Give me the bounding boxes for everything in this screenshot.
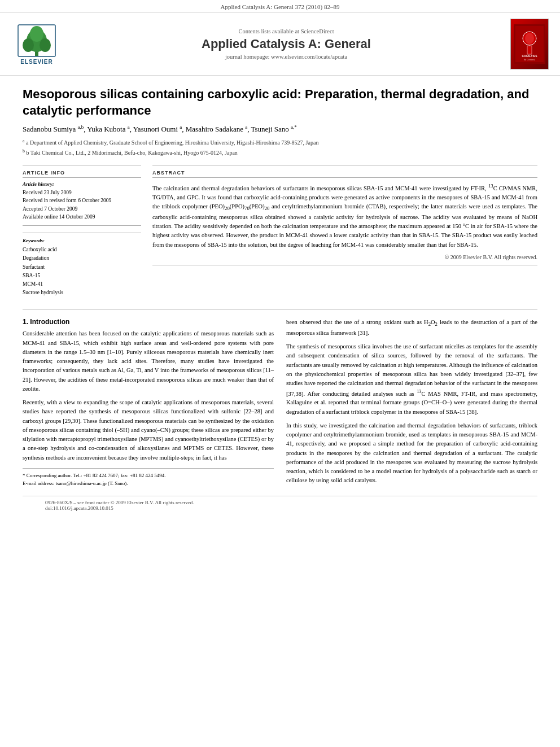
keyword-carboxylic: Carboxylic acid (23, 246, 141, 254)
elsevier-logo: ELSEVIER (11, 24, 62, 65)
affiliation-b: b b Taki Chemical Co., Ltd., 2 Midorimac… (23, 148, 537, 157)
bottom-bar: 0926-860X/$ – see front matter © 2009 El… (23, 496, 537, 514)
received-date: Received 23 July 2009 (23, 189, 141, 196)
body-left-col: 1. Introduction Considerable attention h… (23, 318, 274, 490)
authors-line: Sadanobu Sumiya a,b, Yuka Kubota a, Yasu… (23, 124, 537, 134)
footnote-section: * Corresponding author. Tel.: +81 82 424… (23, 468, 274, 487)
keywords-box: Keywords: Carboxylic acid Degradation Su… (23, 233, 141, 302)
citation-text: Applied Catalysis A: General 372 (2010) … (221, 3, 340, 10)
copyright-text: © 2009 Elsevier B.V. All rights reserved… (152, 254, 537, 260)
intro-para2: Recently, with a view to expanding the s… (23, 398, 274, 462)
svg-point-3 (40, 38, 51, 52)
left-column: ARTICLE INFO Article history: Received 2… (23, 165, 141, 302)
keyword-sba15: SBA-15 (23, 272, 141, 280)
article-metadata-section: ARTICLE INFO Article history: Received 2… (23, 165, 537, 302)
elsevier-tree-icon (17, 24, 56, 58)
keyword-mcm41: MCM-41 (23, 280, 141, 289)
abstract-box: ABSTRACT The calcination and thermal deg… (152, 165, 537, 265)
affiliation-a: a a Department of Applied Chemistry, Gra… (23, 138, 537, 147)
abstract-text: The calcination and thermal degradation … (152, 182, 537, 250)
svg-point-2 (23, 38, 34, 52)
cover-art-icon: CATALYSIS A: General (514, 24, 545, 64)
intro-heading: 1. Introduction (23, 318, 274, 326)
article-info-label: ARTICLE INFO (23, 170, 141, 178)
article-info-box: ARTICLE INFO Article history: Received 2… (23, 165, 141, 226)
keyword-degradation: Degradation (23, 254, 141, 263)
svg-text:A: General: A: General (524, 58, 535, 61)
journal-cover-image: CATALYSIS A: General (510, 19, 549, 69)
keyword-both: both (261, 223, 272, 229)
paper-title: Mesoporous silicas containing carboxylic… (23, 86, 537, 119)
citation-bar: Applied Catalysis A: General 372 (2010) … (0, 0, 560, 13)
footnote-corresponding: * Corresponding author. Tel.: +81 82 424… (23, 472, 274, 480)
article-history-label: Article history: (23, 181, 141, 187)
svg-point-4 (30, 26, 43, 42)
journal-info: Contents lists available at ScienceDirec… (62, 28, 510, 60)
revised-date: Received in revised form 6 October 2009 (23, 196, 141, 204)
body-right-col: been observed that the use of a strong o… (286, 318, 537, 490)
svg-rect-10 (527, 46, 532, 54)
intro-para1: Considerable attention has been focused … (23, 329, 274, 394)
affiliations: a a Department of Applied Chemistry, Gra… (23, 138, 537, 158)
journal-title: Applied Catalysis A: General (62, 37, 510, 51)
right-para3: In this study, we investigated the calci… (286, 421, 537, 486)
keyword-sucrose: Sucrose hydrolysis (23, 289, 141, 297)
journal-homepage: journal homepage: www.elsevier.com/locat… (62, 54, 510, 60)
body-columns: 1. Introduction Considerable attention h… (23, 318, 537, 490)
section-divider (23, 309, 537, 310)
issn-text: 0926-860X/$ – see front matter © 2009 El… (45, 500, 515, 505)
right-para1: been observed that the use of a strong o… (286, 318, 537, 338)
sciencedirect-text: Contents lists available at ScienceDirec… (62, 28, 510, 34)
accepted-date: Accepted 7 October 2009 (23, 205, 141, 213)
elsevier-brand-text: ELSEVIER (20, 59, 53, 65)
available-date: Available online 14 October 2009 (23, 213, 141, 221)
keyword-surfactant: Surfactant (23, 263, 141, 272)
right-column: ABSTRACT The calcination and thermal deg… (152, 165, 537, 302)
doi-text: doi:10.1016/j.apcata.2009.10.015 (45, 505, 515, 511)
svg-text:CATALYSIS: CATALYSIS (522, 54, 537, 58)
keywords-label: Keywords: (23, 238, 141, 243)
journal-header: ELSEVIER Contents lists available at Sci… (0, 13, 560, 76)
right-para2: The synthesis of mesoporous silica invol… (286, 342, 537, 417)
main-content: Mesoporous silicas containing carboxylic… (0, 76, 560, 526)
abstract-label: ABSTRACT (152, 170, 537, 178)
svg-point-9 (525, 33, 534, 44)
footnote-email: E-mail address: tsano@hiroshima-u.ac.jp … (23, 480, 274, 488)
